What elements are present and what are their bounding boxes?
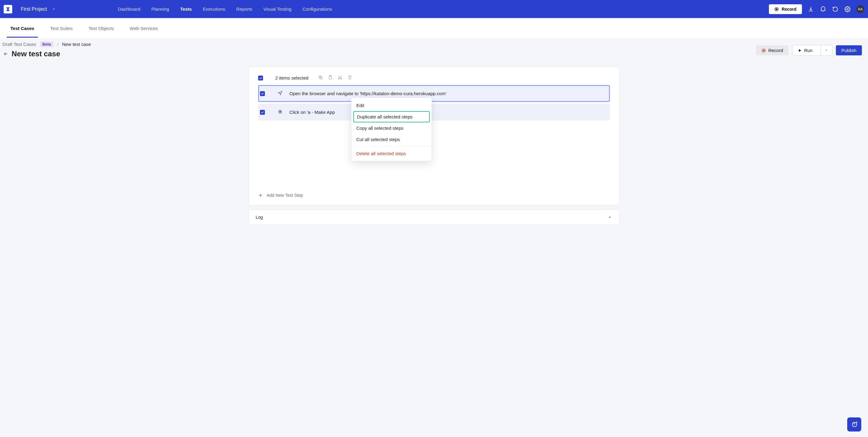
step-checkbox[interactable] [260, 110, 265, 115]
beta-badge: Beta [40, 41, 54, 47]
gear-icon[interactable] [844, 6, 851, 12]
page-record-button[interactable]: Record [756, 45, 788, 55]
record-icon [762, 48, 766, 53]
header-record-button[interactable]: Record [769, 4, 802, 14]
click-icon [278, 109, 284, 115]
menu-edit[interactable]: Edit [351, 100, 432, 111]
nav-tests[interactable]: Tests [176, 5, 196, 13]
app-logo[interactable] [4, 5, 12, 13]
play-icon [798, 49, 802, 52]
tab-test-cases[interactable]: Test Cases [7, 19, 38, 38]
cut-icon[interactable] [338, 75, 343, 81]
add-step-button[interactable]: Add New Test Step [258, 187, 610, 200]
svg-point-12 [280, 111, 281, 112]
run-dropdown[interactable] [820, 45, 832, 55]
copy-icon[interactable] [318, 75, 323, 81]
menu-divider [351, 146, 432, 147]
record-label: Record [782, 7, 797, 11]
tab-test-suites[interactable]: Test Suites [46, 19, 76, 38]
history-icon[interactable] [832, 6, 839, 12]
breadcrumb-separator: / [57, 41, 58, 47]
steps-card: 2 items selected Open the browser and na… [249, 67, 619, 205]
paste-icon[interactable] [328, 75, 333, 81]
delete-icon[interactable] [347, 75, 352, 81]
run-label: Run [804, 48, 813, 53]
svg-point-2 [847, 8, 848, 10]
chevron-down-icon [52, 7, 56, 11]
chevron-down-icon[interactable] [608, 215, 612, 220]
tab-web-services[interactable]: Web Services [126, 19, 161, 38]
selection-summary: 2 items selected [275, 75, 308, 81]
step-row[interactable]: Click on 'a - Make App [258, 104, 610, 121]
nav-planning[interactable]: Planning [147, 5, 174, 13]
menu-copy[interactable]: Copy all selected steps [351, 122, 432, 134]
plus-icon [258, 193, 263, 198]
menu-cut[interactable]: Cut all selected steps [351, 134, 432, 145]
nav-configurations[interactable]: Configurations [298, 5, 336, 13]
menu-delete[interactable]: Delete all selected steps [351, 148, 432, 159]
step-checkbox[interactable] [260, 91, 265, 96]
top-nav: Dashboard Planning Tests Executions Repo… [114, 5, 336, 13]
project-name: First Project [21, 6, 47, 12]
chevron-down-icon [825, 48, 828, 52]
context-menu: Edit Duplicate all selected steps Copy a… [351, 98, 432, 161]
nav-reports[interactable]: Reports [232, 5, 257, 13]
tab-test-objects[interactable]: Test Objects [85, 19, 118, 38]
publish-button[interactable]: Publish [836, 45, 862, 55]
page-record-label: Record [768, 48, 783, 53]
project-selector[interactable]: First Project [18, 5, 58, 14]
svg-point-1 [776, 8, 777, 10]
select-all-checkbox[interactable] [258, 76, 263, 81]
log-title: Log [256, 215, 263, 220]
nav-visual-testing[interactable]: Visual Testing [259, 5, 296, 13]
nav-executions[interactable]: Executions [198, 5, 229, 13]
breadcrumb: Draft Test Cases Beta / New test case [2, 41, 756, 47]
navigate-icon [278, 91, 284, 96]
step-row[interactable]: Open the browser and navigate to 'https:… [258, 85, 610, 102]
page-title: New test case [11, 50, 60, 58]
bell-icon[interactable] [820, 6, 827, 12]
nav-dashboard[interactable]: Dashboard [114, 5, 144, 13]
download-icon[interactable] [807, 6, 814, 12]
log-panel[interactable]: Log [249, 210, 619, 225]
svg-point-4 [763, 50, 765, 51]
menu-duplicate[interactable]: Duplicate all selected steps [353, 111, 430, 122]
user-avatar[interactable]: RA [857, 5, 864, 13]
breadcrumb-root[interactable]: Draft Test Cases [2, 41, 36, 47]
logo-icon [5, 6, 11, 12]
breadcrumb-current: New test case [62, 41, 91, 47]
record-icon [774, 7, 779, 11]
step-text: Click on 'a - Make App [289, 110, 335, 115]
add-step-label: Add New Test Step [267, 193, 303, 198]
back-arrow-icon[interactable] [2, 51, 9, 57]
step-text: Open the browser and navigate to 'https:… [289, 91, 446, 96]
publish-label: Publish [841, 48, 857, 53]
run-button[interactable]: Run [792, 45, 832, 56]
sub-tabs: Test Cases Test Suites Test Objects Web … [0, 18, 868, 38]
